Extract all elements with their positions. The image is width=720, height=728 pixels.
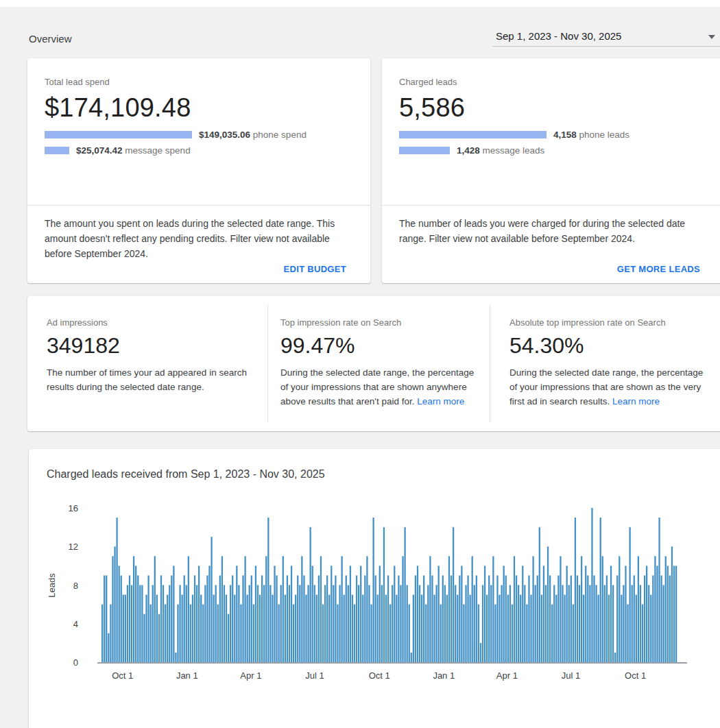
chart-bar [158, 614, 160, 662]
message-leads-label: 1,428 message leads [457, 145, 544, 156]
chart-bar [184, 575, 185, 662]
chart-bar [163, 585, 164, 663]
chart-bar [467, 575, 468, 662]
stat-value: 99.47% [280, 333, 476, 359]
chart-bar [640, 585, 641, 663]
phone-spend-amount: $149,035.06 [199, 130, 250, 140]
chart-bar [350, 566, 351, 662]
chart-bar [557, 575, 559, 662]
chart-bar [455, 585, 456, 663]
chart-bar [435, 585, 437, 663]
chart-bar [289, 585, 290, 663]
y-tick-label: 16 [69, 503, 78, 513]
chart-bar [228, 614, 229, 662]
chart-bar [352, 595, 353, 662]
chart-bar [512, 605, 513, 662]
chart-bar [463, 605, 464, 662]
chart-bar [409, 605, 410, 662]
chart-bar [179, 585, 180, 663]
spend-card-label: Total lead spend [45, 77, 353, 87]
chart-bar [673, 566, 675, 662]
chart-bar [496, 575, 498, 662]
edit-budget-button[interactable]: EDIT BUDGET [284, 264, 346, 274]
chart-bar [629, 527, 630, 662]
chart-bar [501, 585, 502, 663]
chart-bar [431, 575, 433, 662]
chart-bar [551, 605, 553, 662]
chart-bar [545, 585, 547, 663]
chart-bar [297, 575, 298, 662]
spend-card-value: $174,109.48 [45, 93, 353, 123]
chart-bar [392, 585, 393, 663]
chart-bar [366, 556, 368, 662]
chart-bar [312, 566, 313, 662]
leads-card-label: Charged leads [399, 77, 707, 87]
chart-bar [573, 605, 574, 662]
chart-bar [509, 585, 511, 663]
chart-bar [278, 605, 280, 662]
chart-bar [112, 556, 113, 662]
chart-bar [291, 566, 292, 662]
x-tick-label: Jan 1 [176, 670, 198, 681]
message-leads-suffix: message leads [480, 145, 545, 156]
chart-bar [566, 566, 568, 662]
leads-card-top: Charged leads 5,586 4,158 phone leads 1,… [382, 58, 720, 206]
chart-bar [560, 556, 561, 662]
chart-bar [581, 556, 582, 662]
chart-bar [326, 575, 328, 662]
chart-bar [587, 575, 588, 662]
chart-bar [446, 595, 448, 662]
chart-bar [265, 556, 267, 662]
chart-bar [234, 595, 235, 662]
chart-bar [530, 595, 531, 662]
chart-bar [407, 585, 408, 663]
message-spend-amount: $25,074.42 [76, 145, 123, 156]
chart-bar [283, 556, 284, 662]
x-tick-label: Oct 1 [112, 670, 133, 681]
date-range-selector[interactable]: Sep 1, 2023 - Nov 30, 2025 [492, 25, 720, 47]
chart-bar [360, 566, 361, 662]
chart-bar [667, 566, 669, 662]
chart-bar [198, 566, 200, 662]
chart-bar [344, 595, 345, 662]
chart-bar [453, 527, 454, 662]
chart-bar [293, 605, 294, 662]
chart-bar [295, 595, 296, 662]
learn-more-link[interactable]: Learn more [612, 396, 660, 407]
chart-bar [671, 546, 673, 662]
chart-bar [240, 605, 241, 662]
chart-bar [427, 585, 429, 663]
spend-card-description: The amount you spent on leads during the… [45, 216, 355, 261]
date-range-value: Sep 1, 2023 - Nov 30, 2025 [496, 30, 621, 42]
chart-bar [133, 556, 134, 662]
chart-bar [419, 585, 420, 663]
chart-bar [669, 575, 671, 662]
stat-absolute-top-impression-rate: Absolute top impression rate on Search 5… [490, 305, 720, 422]
chart-bar [358, 585, 359, 663]
chart-bar [230, 585, 231, 663]
x-tick-label: Oct 1 [369, 670, 390, 681]
learn-more-link[interactable]: Learn more [417, 396, 464, 407]
chart-bar [125, 595, 126, 662]
chart-bar [415, 575, 416, 662]
chart-bar [606, 575, 608, 662]
chart-bar [226, 595, 227, 662]
chart-bar [116, 518, 117, 662]
chart-bar [375, 575, 376, 662]
chart-bar [663, 585, 664, 663]
chart-bar [612, 585, 614, 663]
chart-bar [623, 585, 624, 663]
chart-bar [476, 575, 477, 662]
chart-bar [480, 643, 481, 662]
chart-bar [267, 518, 269, 662]
x-tick-label: Oct 1 [625, 670, 646, 681]
get-more-leads-button[interactable]: GET MORE LEADS [617, 264, 700, 274]
chart-bar [577, 575, 578, 662]
chart-bar [274, 566, 275, 662]
y-tick-label: 0 [73, 657, 78, 668]
chart-bar [307, 585, 309, 663]
top-white-strip [0, 0, 720, 7]
chart-bar [244, 556, 245, 662]
chart-bar [532, 556, 533, 662]
chart-bar [272, 595, 273, 662]
